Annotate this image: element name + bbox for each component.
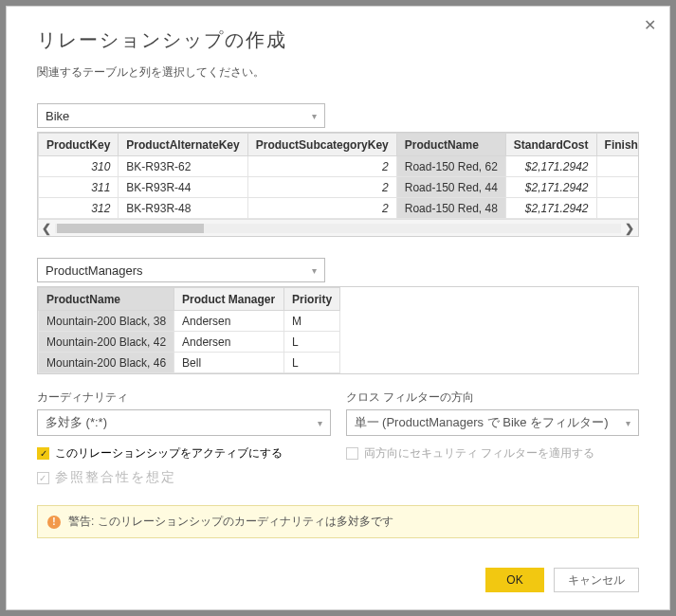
checkbox-checked-icon[interactable]: ✓ (37, 447, 49, 460)
close-icon[interactable]: ✕ (644, 16, 656, 34)
table1-select-value: Bike (46, 109, 69, 123)
create-relationship-dialog: ✕ リレーションシップの作成 関連するテーブルと列を選択してください。 Bike… (6, 6, 670, 610)
col-productsubcategorykey[interactable]: ProductSubcategoryKey (247, 134, 396, 156)
table-row[interactable]: 312 BK-R93R-48 2 Road-150 Red, 48 $2,171… (39, 198, 640, 219)
col-productmanager[interactable]: Product Manager (174, 288, 284, 311)
checkbox-unchecked-icon (346, 447, 358, 460)
chevron-down-icon: ▾ (318, 418, 322, 428)
table1-grid: ProductKey ProductAlternateKey ProductSu… (37, 132, 639, 237)
active-checkbox-row[interactable]: ✓ このリレーションシップをアクティブにする (37, 445, 331, 462)
assume-integrity-label: 参照整合性を想定 (55, 469, 176, 486)
col-standardcost[interactable]: StandardCost (505, 134, 596, 156)
assume-integrity-row: ✓ 参照整合性を想定 (37, 469, 639, 486)
table1-hscroll[interactable]: ❮ ❯ (38, 219, 638, 236)
chevron-down-icon: ▾ (312, 265, 317, 276)
dialog-buttons: OK キャンセル (485, 568, 639, 592)
warning-banner: ! 警告: このリレーションシップのカーディナリティは多対多です (37, 505, 639, 538)
col-productalternatekey[interactable]: ProductAlternateKey (119, 134, 247, 156)
crossfilter-value: 単一 (ProductManagers で Bike をフィルター) (355, 414, 609, 431)
dialog-title: リレーションシップの作成 (37, 27, 639, 53)
table2-header-row: ProductName Product Manager Priority (39, 288, 340, 311)
table2-grid: ProductName Product Manager Priority Mou… (37, 286, 639, 374)
warning-text: 警告: このリレーションシップのカーディナリティは多対多です (68, 514, 393, 530)
table1-select[interactable]: Bike ▾ (37, 103, 325, 128)
scroll-right-icon[interactable]: ❯ (621, 222, 638, 235)
cardinality-value: 多対多 (*:*) (46, 414, 107, 431)
table-row[interactable]: 311 BK-R93R-44 2 Road-150 Red, 44 $2,171… (39, 177, 640, 198)
table-row[interactable]: Mountain-200 Black, 42 Andersen L (39, 332, 340, 353)
checkbox-disabled-icon: ✓ (37, 472, 49, 484)
table2-select[interactable]: ProductManagers ▾ (37, 258, 325, 282)
ok-button[interactable]: OK (485, 568, 544, 592)
col-productname[interactable]: ProductName (39, 288, 174, 311)
table1-header-row: ProductKey ProductAlternateKey ProductSu… (39, 134, 640, 156)
crossfilter-dropdown[interactable]: 単一 (ProductManagers で Bike をフィルター) ▾ (346, 409, 640, 436)
warning-icon: ! (47, 516, 61, 529)
security-checkbox-row: 両方向にセキュリティ フィルターを適用する (346, 445, 640, 462)
chevron-down-icon: ▾ (312, 111, 317, 121)
table-row[interactable]: Mountain-200 Black, 46 Bell L (39, 353, 340, 373)
cardinality-label: カーディナリティ (37, 390, 331, 406)
cardinality-dropdown[interactable]: 多対多 (*:*) ▾ (37, 409, 331, 436)
security-checkbox-label: 両方向にセキュリティ フィルターを適用する (364, 445, 594, 462)
col-finishedgoodsflag[interactable]: FinishedGoodsFlag (596, 134, 639, 156)
crossfilter-label: クロス フィルターの方向 (346, 390, 640, 406)
cancel-button[interactable]: キャンセル (554, 568, 639, 592)
chevron-down-icon: ▾ (626, 418, 630, 428)
table-row[interactable]: Mountain-200 Black, 38 Andersen M (39, 311, 340, 332)
scroll-left-icon[interactable]: ❮ (38, 222, 55, 235)
col-productname[interactable]: ProductName (396, 134, 505, 156)
col-productkey[interactable]: ProductKey (39, 134, 119, 156)
scroll-thumb[interactable] (57, 224, 204, 233)
dialog-subtitle: 関連するテーブルと列を選択してください。 (37, 64, 639, 81)
table-row[interactable]: 310 BK-R93R-62 2 Road-150 Red, 62 $2,171… (39, 156, 640, 177)
active-checkbox-label: このリレーションシップをアクティブにする (55, 445, 283, 462)
table2-select-value: ProductManagers (46, 263, 143, 278)
col-priority[interactable]: Priority (284, 288, 340, 311)
